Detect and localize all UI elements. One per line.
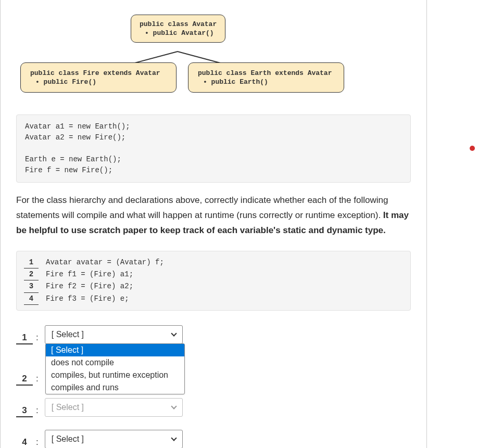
statement-code: Avatar avatar = (Avatar) f; — [46, 257, 164, 268]
statements-code-block: 1 Avatar avatar = (Avatar) f; 2 Fire f1 … — [16, 251, 411, 311]
statement-row: 3 Fire f2 = (Fire) a2; — [24, 280, 403, 292]
answer-label: 2 — [16, 374, 33, 386]
statement-row: 1 Avatar avatar = (Avatar) f; — [24, 257, 403, 268]
chevron-down-icon — [171, 436, 177, 441]
dropdown-option-no-compile[interactable]: does not compile — [46, 356, 184, 369]
line-number: 4 — [24, 293, 39, 305]
fire-class-box: public class Fire extends Avatar public … — [20, 62, 177, 93]
select-dropdown-4[interactable]: [ Select ] — [45, 430, 183, 448]
select-dropdown-3[interactable]: [ Select ] — [45, 398, 183, 417]
colon: : — [36, 329, 39, 343]
dropdown-option-runtime-exception[interactable]: compiles, but runtime exception — [46, 369, 184, 381]
line-number: 3 — [24, 280, 39, 292]
indicator-dot — [470, 146, 475, 151]
class-title: public class Fire extends Avatar — [30, 69, 167, 77]
statement-row: 4 Fire f3 = (Fire) e; — [24, 293, 403, 305]
select-text: [ Select ] — [52, 330, 84, 339]
colon: : — [36, 402, 39, 416]
answer-label: 3 — [16, 405, 33, 417]
class-method: public Fire() — [30, 78, 167, 86]
statement-code: Fire f3 = (Fire) e; — [46, 293, 129, 304]
answer-row-1: 1 : [ Select ] [ Select ] does not compi… — [16, 325, 411, 344]
answer-label: 4 — [16, 437, 33, 448]
statement-code: Fire f2 = (Fire) a2; — [46, 280, 133, 292]
line-number: 1 — [24, 257, 39, 268]
earth-class-box: public class Earth extends Avatar public… — [188, 62, 344, 93]
chevron-down-icon — [171, 331, 177, 337]
question-part1: For the class hierarchy and declarations… — [16, 195, 388, 220]
question-text: For the class hierarchy and declarations… — [16, 193, 411, 238]
answer-row-3: 3 : [ Select ] — [16, 398, 411, 417]
avatar-class-box: public class Avatar public Avatar() — [131, 15, 225, 43]
statement-row: 2 Fire f1 = (Fire) a1; — [24, 268, 403, 280]
statement-code: Fire f1 = (Fire) a1; — [46, 268, 133, 280]
declarations-code-block: Avatar a1 = new Earth(); Avatar a2 = new… — [16, 114, 411, 183]
chevron-down-icon — [171, 404, 177, 409]
dropdown-option-select[interactable]: [ Select ] — [46, 344, 184, 356]
answer-label: 1 — [16, 332, 33, 344]
class-method: public Avatar() — [140, 29, 217, 37]
class-title: public class Avatar — [140, 20, 217, 28]
line-number: 2 — [24, 268, 39, 280]
select-dropdown-1[interactable]: [ Select ] — [45, 325, 183, 344]
colon: : — [36, 433, 39, 447]
answer-row-4: 4 : [ Select ] — [16, 430, 411, 448]
class-title: public class Earth extends Avatar — [198, 69, 334, 77]
select-text: [ Select ] — [52, 403, 84, 412]
dropdown-option-compiles-runs[interactable]: compiles and runs — [46, 381, 184, 394]
class-hierarchy-diagram: public class Avatar public Avatar() publ… — [16, 10, 411, 104]
dropdown-menu: [ Select ] does not compile compiles, bu… — [45, 343, 185, 394]
select-text: [ Select ] — [52, 434, 84, 444]
colon: : — [36, 370, 39, 384]
class-method: public Earth() — [198, 78, 334, 86]
